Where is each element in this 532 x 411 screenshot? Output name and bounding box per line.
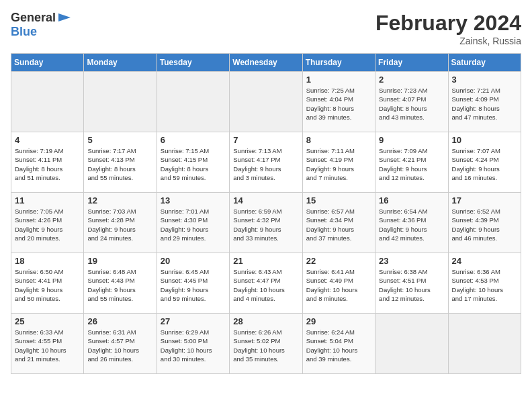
title-area: February 2024 Zainsk, Russia [375,11,521,46]
calendar-cell: 9Sunrise: 7:09 AM Sunset: 4:21 PM Daylig… [375,132,448,193]
calendar-cell: 28Sunrise: 6:26 AM Sunset: 5:02 PM Dayli… [230,314,302,374]
logo-general-text: General [11,11,56,25]
day-number: 25 [15,316,80,326]
day-number: 17 [452,195,517,205]
calendar-cell: 25Sunrise: 6:33 AM Sunset: 4:55 PM Dayli… [11,314,84,374]
day-number: 1 [306,75,371,85]
calendar-cell: 24Sunrise: 6:36 AM Sunset: 4:53 PM Dayli… [448,253,521,314]
day-info: Sunrise: 6:24 AM Sunset: 5:04 PM Dayligh… [306,328,371,363]
calendar-cell: 14Sunrise: 6:59 AM Sunset: 4:32 PM Dayli… [230,193,302,253]
calendar-cell: 19Sunrise: 6:48 AM Sunset: 4:43 PM Dayli… [84,253,157,314]
day-number: 12 [87,195,152,205]
calendar-cell: 18Sunrise: 6:50 AM Sunset: 4:41 PM Dayli… [11,253,84,314]
logo-flag-icon [57,12,72,24]
calendar-cell: 5Sunrise: 7:17 AM Sunset: 4:13 PM Daylig… [84,132,157,193]
day-info: Sunrise: 6:54 AM Sunset: 4:36 PM Dayligh… [379,207,444,242]
calendar-cell: 17Sunrise: 6:52 AM Sunset: 4:39 PM Dayli… [448,193,521,253]
calendar-cell [11,72,84,132]
day-number: 8 [306,135,371,145]
calendar-cell: 22Sunrise: 6:41 AM Sunset: 4:49 PM Dayli… [302,253,375,314]
calendar-week-row: 4Sunrise: 7:19 AM Sunset: 4:11 PM Daylig… [11,132,521,193]
day-number: 15 [306,195,371,205]
calendar-cell [157,72,229,132]
calendar-header-friday: Friday [375,54,448,72]
calendar-cell: 10Sunrise: 7:07 AM Sunset: 4:24 PM Dayli… [448,132,521,193]
day-number: 18 [15,256,80,266]
day-info: Sunrise: 7:03 AM Sunset: 4:28 PM Dayligh… [87,207,152,242]
calendar-week-row: 25Sunrise: 6:33 AM Sunset: 4:55 PM Dayli… [11,314,521,374]
calendar-header-monday: Monday [84,54,157,72]
day-info: Sunrise: 6:26 AM Sunset: 5:02 PM Dayligh… [233,328,298,363]
day-number: 4 [15,135,80,145]
calendar-cell: 6Sunrise: 7:15 AM Sunset: 4:15 PM Daylig… [157,132,229,193]
month-title: February 2024 [375,11,521,36]
day-info: Sunrise: 7:15 AM Sunset: 4:15 PM Dayligh… [161,146,226,182]
day-info: Sunrise: 7:17 AM Sunset: 4:13 PM Dayligh… [87,146,152,182]
calendar-cell: 3Sunrise: 7:21 AM Sunset: 4:09 PM Daylig… [448,72,521,132]
day-number: 5 [87,135,152,145]
calendar-cell: 27Sunrise: 6:29 AM Sunset: 5:00 PM Dayli… [157,314,229,374]
calendar-header-saturday: Saturday [448,54,521,72]
calendar-cell: 23Sunrise: 6:38 AM Sunset: 4:51 PM Dayli… [375,253,448,314]
day-number: 9 [379,135,444,145]
logo: General Blue [11,11,72,39]
calendar-cell: 11Sunrise: 7:05 AM Sunset: 4:26 PM Dayli… [11,193,84,253]
day-number: 13 [161,195,226,205]
calendar-week-row: 1Sunrise: 7:25 AM Sunset: 4:04 PM Daylig… [11,72,521,132]
calendar-cell [375,314,448,374]
calendar-cell: 21Sunrise: 6:43 AM Sunset: 4:47 PM Dayli… [230,253,302,314]
day-number: 21 [233,256,298,266]
calendar-header-thursday: Thursday [302,54,375,72]
day-info: Sunrise: 6:38 AM Sunset: 4:51 PM Dayligh… [379,267,444,303]
calendar-header-row: SundayMondayTuesdayWednesdayThursdayFrid… [11,54,521,72]
day-number: 23 [379,256,444,266]
calendar-week-row: 11Sunrise: 7:05 AM Sunset: 4:26 PM Dayli… [11,193,521,253]
day-number: 26 [87,316,152,326]
day-info: Sunrise: 7:07 AM Sunset: 4:24 PM Dayligh… [452,146,517,182]
day-number: 20 [161,256,226,266]
day-info: Sunrise: 6:45 AM Sunset: 4:45 PM Dayligh… [161,267,226,303]
calendar-cell [84,72,157,132]
day-info: Sunrise: 6:52 AM Sunset: 4:39 PM Dayligh… [452,207,517,242]
day-number: 11 [15,195,80,205]
calendar-cell: 8Sunrise: 7:11 AM Sunset: 4:19 PM Daylig… [302,132,375,193]
day-info: Sunrise: 7:11 AM Sunset: 4:19 PM Dayligh… [306,146,371,182]
day-info: Sunrise: 7:05 AM Sunset: 4:26 PM Dayligh… [15,207,80,242]
day-info: Sunrise: 6:57 AM Sunset: 4:34 PM Dayligh… [306,207,371,242]
day-number: 7 [233,135,298,145]
page-header: General Blue February 2024 Zainsk, Russi… [11,11,521,46]
calendar-cell [230,72,302,132]
svg-marker-0 [58,13,71,21]
calendar-cell: 20Sunrise: 6:45 AM Sunset: 4:45 PM Dayli… [157,253,229,314]
day-info: Sunrise: 6:59 AM Sunset: 4:32 PM Dayligh… [233,207,298,242]
day-number: 16 [379,195,444,205]
calendar-cell: 4Sunrise: 7:19 AM Sunset: 4:11 PM Daylig… [11,132,84,193]
day-info: Sunrise: 6:29 AM Sunset: 5:00 PM Dayligh… [161,328,226,363]
day-info: Sunrise: 6:36 AM Sunset: 4:53 PM Dayligh… [452,267,517,303]
day-info: Sunrise: 7:23 AM Sunset: 4:07 PM Dayligh… [379,86,444,122]
day-number: 2 [379,75,444,85]
calendar-cell: 29Sunrise: 6:24 AM Sunset: 5:04 PM Dayli… [302,314,375,374]
day-number: 27 [161,316,226,326]
calendar-header-sunday: Sunday [11,54,84,72]
calendar-cell: 2Sunrise: 7:23 AM Sunset: 4:07 PM Daylig… [375,72,448,132]
day-info: Sunrise: 7:25 AM Sunset: 4:04 PM Dayligh… [306,86,371,122]
calendar-cell: 15Sunrise: 6:57 AM Sunset: 4:34 PM Dayli… [302,193,375,253]
day-info: Sunrise: 7:13 AM Sunset: 4:17 PM Dayligh… [233,146,298,182]
calendar-cell: 16Sunrise: 6:54 AM Sunset: 4:36 PM Dayli… [375,193,448,253]
day-number: 29 [306,316,371,326]
calendar-body: 1Sunrise: 7:25 AM Sunset: 4:04 PM Daylig… [11,72,521,374]
day-number: 22 [306,256,371,266]
day-info: Sunrise: 6:41 AM Sunset: 4:49 PM Dayligh… [306,267,371,303]
calendar-cell: 12Sunrise: 7:03 AM Sunset: 4:28 PM Dayli… [84,193,157,253]
calendar-cell: 7Sunrise: 7:13 AM Sunset: 4:17 PM Daylig… [230,132,302,193]
day-number: 3 [452,75,517,85]
day-info: Sunrise: 6:31 AM Sunset: 4:57 PM Dayligh… [87,328,152,363]
day-info: Sunrise: 7:19 AM Sunset: 4:11 PM Dayligh… [15,146,80,182]
day-number: 14 [233,195,298,205]
calendar-cell: 1Sunrise: 7:25 AM Sunset: 4:04 PM Daylig… [302,72,375,132]
day-number: 19 [87,256,152,266]
calendar-header-tuesday: Tuesday [157,54,229,72]
calendar-table: SundayMondayTuesdayWednesdayThursdayFrid… [11,53,521,374]
day-info: Sunrise: 7:21 AM Sunset: 4:09 PM Dayligh… [452,86,517,122]
